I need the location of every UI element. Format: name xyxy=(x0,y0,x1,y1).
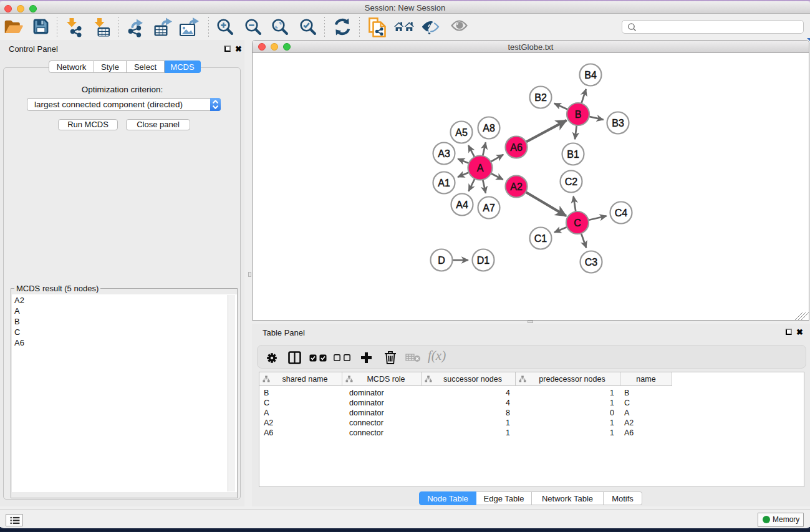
svg-text:B: B xyxy=(575,109,582,120)
svg-text:A2: A2 xyxy=(510,181,523,192)
svg-text:C1: C1 xyxy=(534,233,547,244)
svg-text:A7: A7 xyxy=(483,203,495,213)
svg-text:C2: C2 xyxy=(565,177,578,187)
svg-text:B1: B1 xyxy=(567,149,579,160)
svg-text:A3: A3 xyxy=(438,148,450,159)
svg-text:A6: A6 xyxy=(510,142,523,153)
svg-text:A: A xyxy=(477,163,484,173)
svg-text:A5: A5 xyxy=(455,127,468,138)
svg-text:D: D xyxy=(438,255,445,266)
svg-text:A8: A8 xyxy=(483,123,495,133)
svg-text:D1: D1 xyxy=(477,255,490,266)
svg-text:B4: B4 xyxy=(584,70,597,80)
svg-text:A1: A1 xyxy=(438,178,450,188)
svg-text:B2: B2 xyxy=(534,92,547,103)
svg-text:C4: C4 xyxy=(615,208,628,218)
svg-text:C: C xyxy=(574,218,581,228)
svg-text:A4: A4 xyxy=(456,200,468,210)
svg-text:B3: B3 xyxy=(612,118,624,128)
svg-text:C3: C3 xyxy=(585,257,598,268)
